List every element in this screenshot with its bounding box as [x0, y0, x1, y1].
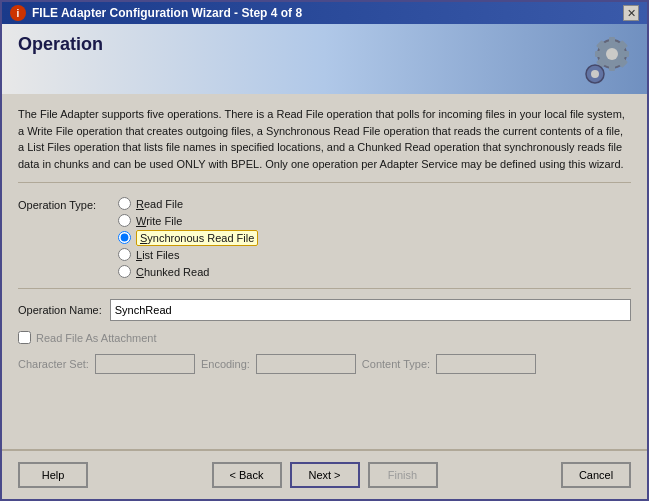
cancel-label: Cancel — [579, 469, 613, 481]
operation-name-row: Operation Name: — [18, 299, 631, 321]
read-file-attachment-checkbox[interactable] — [18, 331, 31, 344]
cancel-button[interactable]: Cancel — [561, 462, 631, 488]
content-type-label: Content Type: — [362, 358, 430, 370]
window-title: FILE Adapter Configuration Wizard - Step… — [32, 6, 302, 20]
svg-point-1 — [606, 48, 618, 60]
read-file-attachment-label[interactable]: Read File As Attachment — [36, 332, 156, 344]
back-label: < Back — [230, 469, 264, 481]
read-file-attachment-row: Read File As Attachment — [18, 331, 631, 344]
svg-point-11 — [591, 70, 599, 78]
radio-write-file-label[interactable]: Write File — [136, 215, 182, 227]
radio-read-file-label[interactable]: Read File — [136, 198, 183, 210]
wizard-window: i FILE Adapter Configuration Wizard - St… — [0, 0, 649, 501]
character-set-label: Character Set: — [18, 358, 89, 370]
finish-label: Finish — [388, 469, 417, 481]
radio-write-file[interactable] — [118, 214, 131, 227]
encoding-row: Character Set: Encoding: Content Type: — [18, 354, 631, 374]
radio-item-chunked-read: Chunked Read — [118, 265, 258, 278]
next-button[interactable]: Next > — [290, 462, 360, 488]
description-text: The File Adapter supports five operation… — [18, 106, 631, 183]
header-banner: Operation — [2, 24, 647, 94]
content-type-input[interactable] — [436, 354, 536, 374]
operation-type-label: Operation Type: — [18, 197, 118, 211]
encoding-label: Encoding: — [201, 358, 250, 370]
footer-center: < Back Next > Finish — [212, 462, 438, 488]
operation-name-input[interactable] — [110, 299, 631, 321]
app-icon: i — [10, 5, 26, 21]
back-button[interactable]: < Back — [212, 462, 282, 488]
header-title: Operation — [18, 34, 103, 55]
footer: Help < Back Next > Finish Cancel — [2, 449, 647, 499]
radio-item-list-files: List Files — [118, 248, 258, 261]
separator — [18, 288, 631, 289]
radio-read-file[interactable] — [118, 197, 131, 210]
radio-list-files-label[interactable]: List Files — [136, 249, 179, 261]
title-bar-left: i FILE Adapter Configuration Wizard - St… — [10, 5, 302, 21]
finish-button[interactable]: Finish — [368, 462, 438, 488]
radio-item-write-file: Write File — [118, 214, 258, 227]
title-bar: i FILE Adapter Configuration Wizard - St… — [2, 2, 647, 24]
radio-chunked-read[interactable] — [118, 265, 131, 278]
footer-right: Cancel — [561, 462, 631, 488]
radio-list-files[interactable] — [118, 248, 131, 261]
radio-item-sync-read: Synchronous Read File — [118, 231, 258, 244]
svg-rect-3 — [609, 63, 615, 71]
radio-item-read-file: Read File — [118, 197, 258, 210]
gear-icon — [577, 29, 637, 89]
svg-rect-4 — [595, 51, 603, 57]
radio-sync-read-file[interactable] — [118, 231, 131, 244]
operation-type-row: Operation Type: Read File Write File Syn… — [18, 197, 631, 278]
help-button[interactable]: Help — [18, 462, 88, 488]
help-label: Help — [42, 469, 65, 481]
next-label: Next > — [308, 469, 340, 481]
content-area: Operation — [2, 24, 647, 499]
operation-name-label: Operation Name: — [18, 304, 102, 316]
radio-sync-read-file-label[interactable]: Synchronous Read File — [136, 232, 258, 244]
main-content: The File Adapter supports five operation… — [2, 94, 647, 449]
operation-type-radio-group: Read File Write File Synchronous Read Fi… — [118, 197, 258, 278]
radio-chunked-read-label[interactable]: Chunked Read — [136, 266, 209, 278]
character-set-input[interactable] — [95, 354, 195, 374]
svg-rect-2 — [609, 37, 615, 45]
footer-left: Help — [18, 462, 88, 488]
encoding-input[interactable] — [256, 354, 356, 374]
close-button[interactable]: ✕ — [623, 5, 639, 21]
svg-rect-5 — [621, 51, 629, 57]
